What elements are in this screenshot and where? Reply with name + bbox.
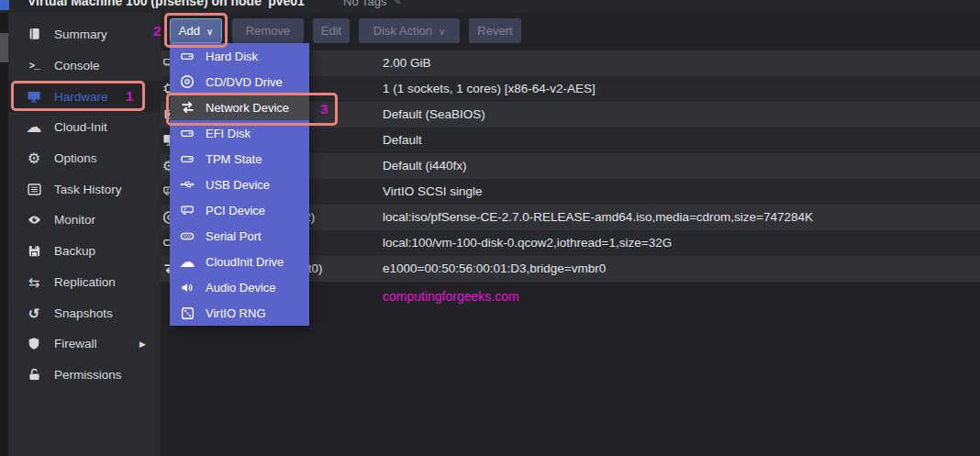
usb-icon [178, 178, 196, 191]
disk-action-button[interactable]: Disk Action ∨ [359, 18, 460, 43]
menu-item-tpm-state[interactable]: TPM State [170, 146, 309, 172]
device-value: Default [383, 133, 422, 147]
shield-icon [26, 337, 42, 350]
menu-item-audio-device[interactable]: Audio Device [170, 274, 309, 300]
exchange-arrows-icon [178, 101, 196, 114]
history-icon: ↺ [26, 306, 42, 320]
hdd-icon [178, 50, 196, 62]
sidebar-item-task-history[interactable]: Task History [8, 173, 161, 205]
cdrom-icon [178, 74, 196, 89]
watermark-text: computingforgeeks.com [383, 289, 519, 304]
sidebar-item-replication[interactable]: ⇆ Replication [8, 267, 161, 298]
sidebar-item-monitor[interactable]: Monitor [8, 205, 161, 236]
edit-button[interactable]: Edit [313, 18, 350, 43]
menu-item-network-device[interactable]: Network Device [170, 95, 309, 120]
menu-item-label: USB Device [206, 178, 270, 192]
sidebar-item-snapshots[interactable]: ↺ Snapshots [8, 297, 161, 328]
hdd-icon [178, 127, 196, 139]
device-value: local:100/vm-100-disk-0.qcow2,iothread=1… [383, 236, 672, 250]
revert-button[interactable]: Revert [469, 18, 521, 43]
menu-item-label: Hard Disk [206, 50, 258, 63]
floppy-icon [26, 244, 42, 258]
eye-icon [26, 213, 42, 227]
add-button[interactable]: Add ∨ [170, 18, 222, 43]
menu-item-serial-port[interactable]: Serial Port [170, 223, 309, 249]
menu-item-efi-disk[interactable]: EFI Disk [170, 120, 309, 146]
device-value: e1000=00:50:56:00:01:D3,bridge=vmbr0 [383, 261, 606, 275]
monitor-icon [26, 90, 42, 104]
tags-label: No Tags [343, 0, 386, 8]
chevron-down-icon: ∨ [206, 27, 213, 37]
device-value: local:iso/pfSense-CE-2.7.0-RELEASE-amd64… [383, 210, 813, 224]
page-title: Virtual Machine 100 (pfsense) on node 'p… [28, 0, 307, 8]
sidebar-item-cloud-init[interactable]: ☁ Cloud-Init [8, 112, 161, 143]
menu-item-pci-device[interactable]: PCI Device [170, 197, 309, 223]
menu-item-virtio-rng[interactable]: VirtIO RNG [170, 300, 309, 326]
proxmox-vm-hardware-screen: Virtual Machine 100 (pfsense) on node 'p… [0, 0, 980, 456]
cloud-icon: ☁ [178, 254, 196, 270]
pencil-icon[interactable]: ✎ [393, 0, 401, 7]
device-value: 1 (1 sockets, 1 cores) [x86-64-v2-AES] [383, 82, 596, 95]
scrollbar-thumb[interactable] [0, 33, 8, 62]
add-dropdown-menu: Hard Disk CD/DVD Drive Network Device EF… [170, 43, 309, 326]
sidebar-item-label: Snapshots [54, 306, 113, 320]
menu-item-hard-disk[interactable]: Hard Disk [170, 43, 309, 69]
menu-item-label: Network Device [206, 101, 289, 115]
sidebar-item-hardware[interactable]: Hardware [8, 81, 161, 112]
device-value: VirtIO SCSI single [383, 184, 483, 198]
menu-item-label: Serial Port [206, 229, 262, 243]
sidebar-item-label: Firewall [54, 337, 97, 350]
menu-item-label: PCI Device [206, 204, 265, 217]
sidebar-item-label: Monitor [54, 213, 95, 227]
sidebar-item-label: Permissions [54, 368, 122, 382]
menu-item-usb-device[interactable]: USB Device [170, 172, 309, 197]
sidebar-item-label: Summary [54, 28, 107, 41]
menu-item-cd-dvd-drive[interactable]: CD/DVD Drive [170, 69, 309, 95]
edit-button-label: Edit [321, 24, 341, 38]
sidebar-item-label: Backup [54, 244, 95, 258]
dice-icon [178, 306, 196, 320]
sidebar-item-permissions[interactable]: Permissions [8, 360, 161, 391]
sidebar-item-options[interactable]: ⚙ Options [8, 143, 161, 174]
add-button-label: Add [179, 24, 200, 38]
sidebar-item-label: Options [54, 151, 97, 165]
sidebar-item-backup[interactable]: Backup [8, 236, 161, 267]
hdd-icon [178, 152, 196, 165]
sidebar-item-label: Console [54, 59, 100, 72]
menu-item-cloudinit-drive[interactable]: ☁ CloudInit Drive [170, 249, 309, 274]
submenu-caret-icon: ▶ [139, 339, 146, 349]
pci-card-icon [178, 204, 196, 217]
vm-title-bar: Virtual Machine 100 (pfsense) on node 'p… [0, 0, 980, 13]
device-value: Default (SeaBIOS) [383, 107, 485, 121]
list-icon [26, 183, 42, 196]
sidebar-item-label: Cloud-Init [54, 120, 107, 134]
menu-item-label: TPM State [206, 152, 262, 166]
cloud-icon: ☁ [26, 119, 42, 135]
remove-button[interactable]: Remove [232, 18, 304, 43]
menu-item-label: CD/DVD Drive [206, 75, 283, 89]
disk-action-button-label: Disk Action [373, 24, 432, 38]
sidebar-item-summary[interactable]: Summary [8, 19, 161, 50]
book-icon [26, 28, 42, 41]
menu-item-label: EFI Disk [206, 127, 251, 140]
menu-item-label: CloudInit Drive [206, 255, 284, 269]
left-panel-edge [0, 13, 8, 456]
sidebar-item-firewall[interactable]: Firewall ▶ [8, 328, 161, 360]
sync-arrows-icon: ⇆ [26, 275, 42, 289]
speaker-icon [178, 281, 196, 295]
sidebar-item-console[interactable]: >_ Console [8, 50, 161, 82]
sidebar-item-label: Task History [54, 183, 122, 196]
menu-item-label: VirtIO RNG [206, 306, 266, 320]
chevron-down-icon: ∨ [439, 27, 445, 37]
terminal-icon: >_ [26, 61, 42, 72]
remove-button-label: Remove [246, 24, 290, 38]
device-value: Default (i440fx) [383, 159, 467, 172]
unlock-icon [26, 368, 42, 382]
serial-port-icon [178, 230, 196, 242]
vm-sidebar: Summary >_ Console Hardware ☁ Cloud-Init… [8, 13, 161, 456]
menu-item-label: Audio Device [206, 281, 276, 295]
revert-button-label: Revert [477, 24, 512, 38]
tree-selection-fragment [0, 0, 9, 10]
gear-icon: ⚙ [26, 151, 42, 166]
sidebar-item-label: Replication [54, 275, 116, 289]
